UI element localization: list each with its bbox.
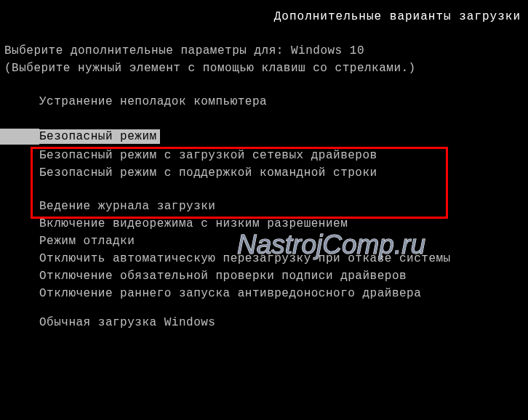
option-safe-mode-networking[interactable]: Безопасный режим с загрузкой сетевых дра… — [0, 147, 528, 164]
option-normal-boot[interactable]: Обычная загрузка Windows — [0, 314, 528, 331]
option-disable-auto-restart[interactable]: Отключить автоматическую перезагрузку пр… — [0, 250, 528, 267]
hint-line: (Выберите нужный элемент с помощью клави… — [0, 60, 528, 77]
os-name: Windows 10 — [291, 44, 364, 57]
boot-menu: Выберите дополнительные параметры для: W… — [0, 23, 528, 331]
option-low-res-video[interactable]: Включение видеорежима с низким разрешени… — [0, 215, 528, 233]
option-boot-logging[interactable]: Ведение журнала загрузки — [0, 198, 528, 215]
option-safe-mode-cmd[interactable]: Безопасный режим с поддержкой командной … — [0, 164, 528, 182]
prompt-prefix: Выберите дополнительные параметры для: — [4, 44, 291, 57]
option-disable-driver-sig[interactable]: Отключение обязательной проверки подписи… — [0, 267, 528, 285]
option-safe-mode-label: Безопасный режим — [39, 129, 160, 144]
option-debug-mode[interactable]: Режим отладки — [0, 233, 528, 250]
option-repair[interactable]: Устранение неполадок компьютера — [0, 93, 528, 110]
option-disable-elam[interactable]: Отключение раннего запуска антивредоносн… — [0, 285, 528, 302]
selection-highlight — [0, 129, 39, 145]
option-safe-mode[interactable]: Безопасный режим — [0, 126, 528, 147]
prompt-line: Выберите дополнительные параметры для: W… — [0, 42, 528, 60]
page-title: Дополнительные варианты загрузки — [0, 0, 528, 23]
